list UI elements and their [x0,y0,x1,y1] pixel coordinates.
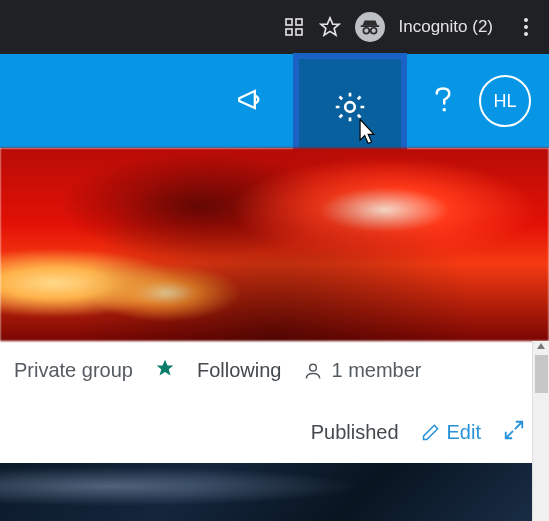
user-avatar[interactable]: HL [479,75,531,127]
svg-rect-1 [296,19,302,25]
edit-button[interactable]: Edit [421,421,481,444]
person-icon [303,361,323,381]
svg-point-9 [345,102,355,112]
svg-rect-5 [360,25,378,27]
help-icon[interactable] [431,86,455,116]
member-count[interactable]: 1 member [303,359,421,382]
browser-toolbar: Incognito (2) [0,0,549,54]
scroll-up-icon[interactable] [537,343,545,349]
following-label[interactable]: Following [197,359,281,382]
qr-icon[interactable] [283,16,305,38]
svg-marker-4 [320,18,338,35]
pencil-icon [421,422,441,442]
svg-rect-0 [286,19,292,25]
svg-rect-3 [296,29,302,35]
svg-point-6 [363,28,369,34]
svg-marker-11 [157,360,174,376]
svg-point-10 [443,108,447,112]
avatar-initials: HL [493,91,516,112]
star-icon[interactable] [319,16,341,38]
scroll-thumb[interactable] [535,355,548,393]
sharepoint-header: HL [0,54,549,148]
expand-icon[interactable] [503,419,525,446]
svg-rect-2 [286,29,292,35]
publish-status-label: Published [311,421,399,444]
group-info-bar: Private group Following 1 member [0,341,549,401]
svg-point-12 [310,364,317,371]
page-action-bar: Published Edit [0,401,549,463]
content-area [0,463,549,521]
svg-point-7 [370,28,376,34]
following-star-icon[interactable] [155,358,175,383]
incognito-icon[interactable] [355,12,385,42]
browser-menu-icon[interactable] [517,18,535,36]
edit-label: Edit [447,421,481,444]
cursor-icon [353,117,381,147]
vertical-scrollbar[interactable] [532,341,549,521]
member-count-label: 1 member [331,359,421,382]
incognito-label: Incognito (2) [399,17,494,37]
group-privacy-label: Private group [14,359,133,382]
site-banner-image [0,148,549,341]
settings-button-highlight[interactable] [293,53,407,161]
megaphone-icon[interactable] [235,84,269,118]
